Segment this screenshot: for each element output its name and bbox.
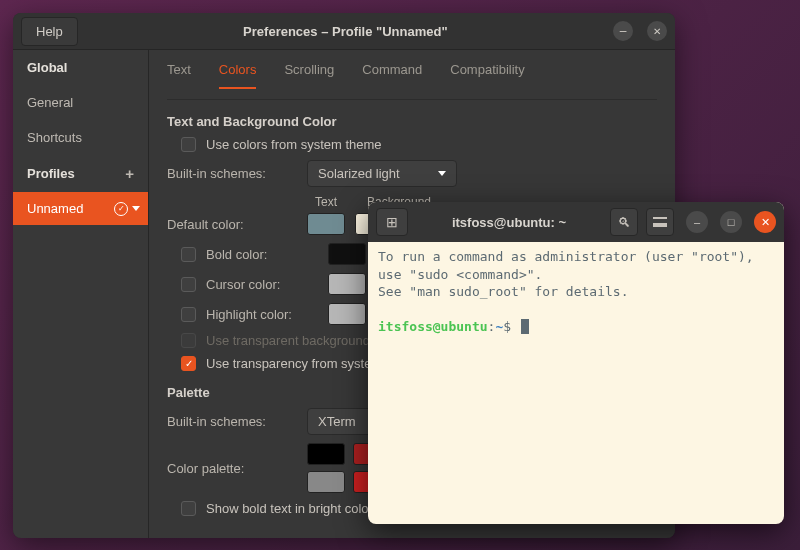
header-text: Text (315, 195, 353, 209)
label-default-color: Default color: (167, 217, 297, 232)
sidebar-item-shortcuts[interactable]: Shortcuts (13, 120, 148, 155)
prompt-end: $ (503, 319, 511, 334)
tab-text[interactable]: Text (167, 62, 191, 89)
terminal-title: itsfoss@ubuntu: ~ (416, 215, 602, 230)
terminal-line-1: To run a command as administrator (user … (378, 249, 762, 282)
preferences-titlebar: Help Preferences – Profile "Unnamed" (13, 13, 675, 50)
combo-builtin-scheme[interactable]: Solarized light (307, 160, 457, 187)
help-button[interactable]: Help (21, 17, 78, 46)
terminal-titlebar: ⊞ itsfoss@ubuntu: ~ 🔍︎ – □ ✕ (368, 202, 784, 242)
terminal-maximize-button[interactable]: □ (720, 211, 742, 233)
checkbox-cursor-color[interactable] (181, 277, 196, 292)
palette-swatch-1[interactable] (307, 443, 345, 465)
sidebar-item-general[interactable]: General (13, 85, 148, 120)
palette-swatch-3[interactable] (307, 471, 345, 493)
label-use-system: Use colors from system theme (206, 137, 382, 152)
close-button[interactable] (647, 21, 667, 41)
swatch-bold-text[interactable] (328, 243, 366, 265)
checkbox-use-system[interactable] (181, 137, 196, 152)
label-builtin-scheme: Built-in schemes: (167, 166, 297, 181)
tab-scrolling[interactable]: Scrolling (284, 62, 334, 89)
sidebar: Global General Shortcuts Profiles + Unna… (13, 50, 149, 538)
swatch-highlight-text[interactable] (328, 303, 366, 325)
checkbox-transparent-bg (181, 333, 196, 348)
minimize-button[interactable] (613, 21, 633, 41)
terminal-close-button[interactable]: ✕ (754, 211, 776, 233)
tab-compatibility[interactable]: Compatibility (450, 62, 524, 89)
hamburger-icon (653, 217, 667, 227)
sidebar-profiles-label: Profiles (27, 166, 75, 181)
swatch-default-text[interactable] (307, 213, 345, 235)
terminal-line-2: See "man sudo_root" for details. (378, 284, 628, 299)
label-bold-color: Bold color: (206, 247, 318, 262)
tabs: Text Colors Scrolling Command Compatibil… (167, 50, 657, 100)
label-highlight-color: Highlight color: (206, 307, 318, 322)
search-button[interactable]: 🔍︎ (610, 208, 638, 236)
cursor (521, 319, 529, 334)
profile-menu-icon[interactable] (132, 206, 140, 211)
menu-button[interactable] (646, 208, 674, 236)
label-transparent-bg: Use transparent background (206, 333, 370, 348)
chevron-down-icon (438, 171, 446, 176)
label-show-bold: Show bold text in bright colors (206, 501, 379, 516)
checkbox-bold-color[interactable] (181, 247, 196, 262)
checkbox-transparency-system[interactable] (181, 356, 196, 371)
window-title: Preferences – Profile "Unnamed" (78, 24, 613, 39)
profile-default-icon[interactable]: ✓ (114, 202, 128, 216)
prompt-user: itsfoss@ubuntu (378, 319, 488, 334)
label-cursor-color: Cursor color: (206, 277, 318, 292)
new-tab-button[interactable]: ⊞ (376, 208, 408, 236)
section-text-bg: Text and Background Color (167, 114, 657, 129)
search-icon: 🔍︎ (618, 215, 631, 230)
terminal-body[interactable]: To run a command as administrator (user … (368, 242, 784, 524)
terminal-window: ⊞ itsfoss@ubuntu: ~ 🔍︎ – □ ✕ To run a co… (368, 202, 784, 524)
sidebar-selected-label: Unnamed (27, 201, 83, 216)
combo-palette-value: XTerm (318, 414, 356, 429)
label-palette-scheme: Built-in schemes: (167, 414, 297, 429)
row-use-system: Use colors from system theme (181, 137, 657, 152)
swatch-cursor-text[interactable] (328, 273, 366, 295)
tab-command[interactable]: Command (362, 62, 422, 89)
label-color-palette: Color palette: (167, 461, 297, 476)
row-builtin-scheme: Built-in schemes: Solarized light (167, 160, 657, 187)
combo-builtin-value: Solarized light (318, 166, 400, 181)
terminal-minimize-button[interactable]: – (686, 211, 708, 233)
add-profile-icon[interactable]: + (125, 165, 134, 182)
sidebar-head-global: Global (13, 50, 148, 85)
new-tab-icon: ⊞ (386, 214, 398, 230)
sidebar-head-profiles: Profiles + (13, 155, 148, 192)
checkbox-highlight-color[interactable] (181, 307, 196, 322)
tab-colors[interactable]: Colors (219, 62, 257, 89)
checkbox-show-bold[interactable] (181, 501, 196, 516)
sidebar-item-unnamed[interactable]: Unnamed ✓ (13, 192, 148, 225)
